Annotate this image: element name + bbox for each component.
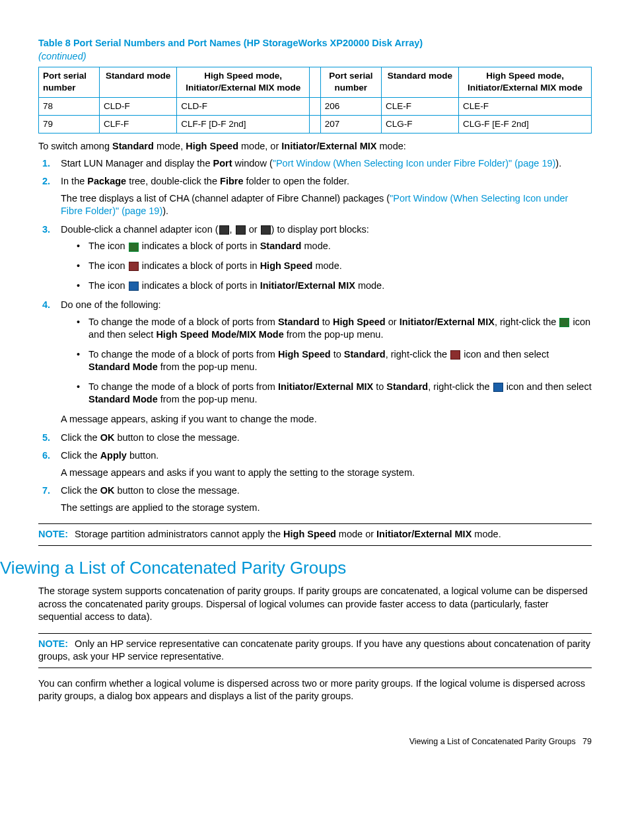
bold: Standard Mode — [88, 394, 158, 404]
bold: High Speed — [283, 529, 336, 539]
text: or — [386, 317, 400, 327]
section-para-2: You can confirm whether a logical volume… — [38, 677, 592, 703]
text: To change the mode of a block of ports f… — [88, 349, 278, 360]
cell: CLD-F — [100, 97, 177, 115]
text: The icon — [88, 241, 128, 251]
step-3: Double-click a channel adapter icon (, o… — [38, 223, 592, 292]
high-speed-mode-icon — [129, 262, 139, 271]
text: To change the mode of a block of ports f… — [88, 381, 278, 392]
text: tree, double-click the — [126, 176, 220, 186]
text: folder to open the folder. — [243, 176, 349, 186]
cell: 206 — [320, 97, 381, 115]
cell-gap — [310, 97, 321, 115]
step-2: In the Package tree, double-click the Fi… — [38, 175, 592, 218]
mix-mode-icon — [493, 383, 503, 392]
bold: OK — [100, 485, 115, 496]
th-port-serial-1: Port serial number — [39, 67, 100, 97]
table-header-row: Port serial number Standard mode High Sp… — [39, 67, 592, 97]
bold: Standard — [386, 381, 428, 392]
text: icon and then select — [461, 349, 549, 360]
text: icon and then select — [504, 381, 592, 392]
note-label: NOTE: — [38, 638, 68, 649]
adapter-icon — [219, 225, 229, 235]
bold: Initiator/External MIX — [260, 280, 355, 291]
note-block-1: NOTE:Storage partition administrators ca… — [38, 523, 592, 546]
text: from the pop-up menu. — [284, 329, 384, 340]
steps-list: Start LUN Manager and display the Port w… — [38, 157, 592, 515]
text: mode, — [154, 141, 186, 151]
text: The icon — [88, 280, 128, 291]
text: to — [331, 349, 344, 360]
step-6-tail: A message appears and asks if you want t… — [61, 467, 592, 480]
bold: High Speed Mode/MIX Mode — [156, 329, 283, 340]
bold: High Speed — [278, 349, 331, 360]
text: ). — [162, 206, 168, 216]
text: mode. — [355, 280, 384, 291]
bullet-to-highspeed: To change the mode of a block of ports f… — [77, 316, 592, 342]
link-port-window[interactable]: "Port Window (When Selecting Icon under … — [273, 158, 556, 169]
step-7: Click the OK button to close the message… — [38, 484, 592, 514]
text: The tree displays a list of CHA (channel… — [61, 193, 390, 204]
bold: Initiator/External MIX — [376, 529, 472, 539]
text: from the pop-up menu. — [158, 362, 258, 372]
intro-line: To switch among Standard mode, High Spee… — [38, 140, 592, 153]
th-highspeed-2: High Speed mode, Initiator/External MIX … — [459, 67, 592, 97]
text: to — [373, 381, 386, 392]
step-2b: The tree displays a list of CHA (channel… — [61, 192, 592, 218]
bold: Apply — [100, 450, 127, 461]
text: window ( — [232, 158, 273, 169]
bold: Standard — [278, 317, 320, 327]
ports-table: Port serial number Standard mode High Sp… — [38, 67, 592, 134]
step-4-bullets: To change the mode of a block of ports f… — [61, 316, 592, 406]
cell: 207 — [320, 115, 381, 133]
standard-mode-icon — [559, 318, 569, 327]
step-3-lead: Double-click a channel adapter icon (, o… — [61, 223, 592, 237]
bold: Standard Mode — [88, 362, 158, 372]
footer-page: 79 — [582, 737, 592, 746]
step-3-bullets: The icon indicates a block of ports in S… — [61, 240, 592, 292]
text: Click the — [61, 432, 100, 443]
text: mode, or — [238, 141, 281, 151]
th-gap — [310, 67, 321, 97]
text: button to close the message. — [114, 485, 239, 496]
step-7-tail: The settings are applied to the storage … — [61, 502, 592, 515]
bold: Initiator/External MIX — [281, 141, 376, 151]
standard-mode-icon — [129, 243, 139, 252]
text: mode or — [336, 529, 376, 539]
cell-gap — [310, 115, 321, 133]
th-port-serial-2: Port serial number — [320, 67, 381, 97]
text: mode. — [472, 529, 501, 539]
th-highspeed-1: High Speed mode, Initiator/External MIX … — [177, 67, 310, 97]
footer-text: Viewing a List of Concatenated Parity Gr… — [409, 737, 576, 746]
text: In the — [61, 176, 87, 186]
text: Start LUN Manager and display the — [61, 158, 213, 169]
step-2a: In the Package tree, double-click the Fi… — [61, 175, 592, 188]
table-continued: (continued) — [38, 50, 592, 63]
bold: High Speed — [333, 317, 386, 327]
section-heading: Viewing a List of Concatenated Parity Gr… — [0, 556, 592, 580]
text: Storage partition administrators cannot … — [75, 529, 283, 539]
th-standard-1: Standard mode — [100, 67, 177, 97]
bold: High Speed — [186, 141, 238, 151]
text: button. — [127, 450, 158, 461]
cell: 79 — [39, 115, 100, 133]
text: The icon — [88, 260, 128, 271]
bold: High Speed — [260, 260, 313, 271]
text: Only an HP service representative can co… — [38, 638, 590, 662]
step-6: Click the Apply button. A message appear… — [38, 449, 592, 479]
bullet-mix: The icon indicates a block of ports in I… — [77, 280, 592, 293]
bullet-to-standard-from-hs: To change the mode of a block of ports f… — [77, 348, 592, 374]
th-standard-2: Standard mode — [381, 67, 458, 97]
step-4-tail: A message appears, asking if you want to… — [61, 413, 592, 426]
text: To switch among — [38, 141, 112, 151]
text: indicates a block of ports in — [139, 241, 260, 251]
high-speed-mode-icon — [450, 350, 460, 360]
note-label: NOTE: — [38, 529, 68, 539]
step-5: Click the OK button to close the message… — [38, 432, 592, 445]
text: , right-click the — [428, 381, 493, 392]
text: ) to display port blocks: — [271, 224, 369, 235]
table-caption: Table 8 Port Serial Numbers and Port Nam… — [38, 37, 592, 50]
bold: Initiator/External MIX — [278, 381, 373, 392]
bold: Package — [87, 176, 126, 186]
page-footer: Viewing a List of Concatenated Parity Gr… — [38, 736, 592, 747]
